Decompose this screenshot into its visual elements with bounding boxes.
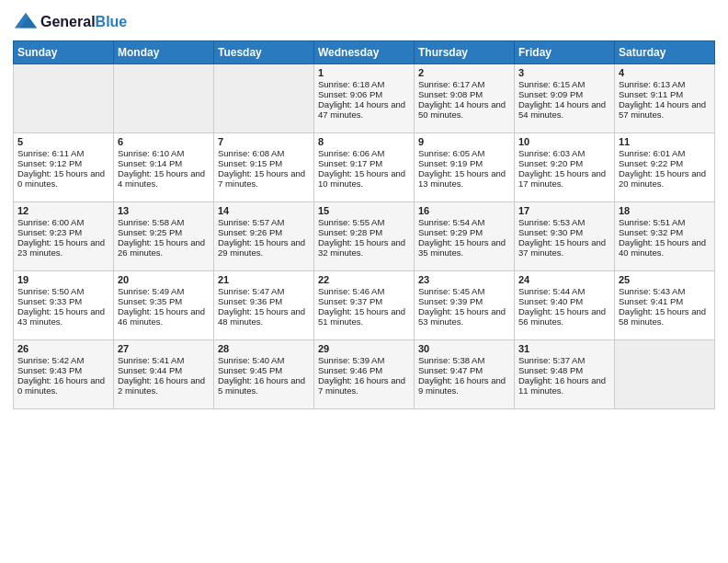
calendar-page: GeneralBlue SundayMondayTuesdayWednesday… [0,0,728,563]
cell-info: Sunset: 9:11 PM [619,89,711,99]
cell-info: Sunrise: 5:57 AM [218,217,310,227]
cell-info: Sunset: 9:19 PM [418,158,510,168]
calendar-week-5: 26Sunrise: 5:42 AMSunset: 9:43 PMDayligh… [14,340,715,409]
cell-info: Daylight: 15 hours and 58 minutes. [619,306,711,327]
calendar-cell: 17Sunrise: 5:53 AMSunset: 9:30 PMDayligh… [515,202,615,271]
cell-info: Sunrise: 5:42 AM [17,355,109,365]
cell-info: Sunrise: 5:40 AM [218,355,310,365]
cell-info: Daylight: 15 hours and 53 minutes. [418,306,510,327]
day-number: 20 [118,274,210,285]
cell-info: Sunset: 9:40 PM [518,296,610,306]
cell-info: Daylight: 16 hours and 9 minutes. [418,375,510,396]
cell-info: Sunrise: 5:51 AM [619,217,711,227]
cell-info: Sunset: 9:12 PM [17,158,109,168]
day-number: 4 [619,67,711,78]
day-number: 2 [418,67,510,78]
cell-info: Daylight: 15 hours and 35 minutes. [418,237,510,258]
day-number: 7 [218,136,310,147]
cell-info: Sunrise: 5:55 AM [318,217,410,227]
cell-info: Sunset: 9:32 PM [619,227,711,237]
column-header-monday: Monday [114,41,214,64]
cell-info: Sunrise: 6:11 AM [17,148,109,158]
calendar-cell: 24Sunrise: 5:44 AMSunset: 9:40 PMDayligh… [515,271,615,340]
day-number: 28 [218,343,310,354]
cell-info: Daylight: 15 hours and 51 minutes. [318,306,410,327]
calendar-cell [214,64,314,133]
calendar-cell: 30Sunrise: 5:38 AMSunset: 9:47 PMDayligh… [415,340,515,409]
calendar-cell: 2Sunrise: 6:17 AMSunset: 9:08 PMDaylight… [415,64,515,133]
cell-info: Sunrise: 6:06 AM [318,148,410,158]
day-number: 8 [318,136,410,147]
column-header-tuesday: Tuesday [214,41,314,64]
cell-info: Sunrise: 5:53 AM [518,217,610,227]
cell-info: Sunset: 9:22 PM [619,158,711,168]
cell-info: Daylight: 14 hours and 54 minutes. [518,99,610,120]
cell-info: Daylight: 14 hours and 57 minutes. [619,99,711,120]
calendar-cell: 13Sunrise: 5:58 AMSunset: 9:25 PMDayligh… [114,202,214,271]
day-number: 13 [118,205,210,216]
calendar-cell: 12Sunrise: 6:00 AMSunset: 9:23 PMDayligh… [14,202,114,271]
cell-info: Sunset: 9:35 PM [118,296,210,306]
cell-info: Sunset: 9:06 PM [318,89,410,99]
cell-info: Daylight: 16 hours and 7 minutes. [318,375,410,396]
calendar-cell [14,64,114,133]
calendar-week-2: 5Sunrise: 6:11 AMSunset: 9:12 PMDaylight… [14,133,715,202]
cell-info: Sunrise: 6:13 AM [619,79,711,89]
cell-info: Daylight: 15 hours and 29 minutes. [218,237,310,258]
cell-info: Sunset: 9:44 PM [118,365,210,375]
cell-info: Sunset: 9:15 PM [218,158,310,168]
logo-text: GeneralBlue [40,14,127,30]
cell-info: Sunset: 9:23 PM [17,227,109,237]
calendar-header-row: SundayMondayTuesdayWednesdayThursdayFrid… [14,41,715,64]
calendar-cell: 23Sunrise: 5:45 AMSunset: 9:39 PMDayligh… [415,271,515,340]
day-number: 6 [118,136,210,147]
day-number: 9 [418,136,510,147]
cell-info: Sunset: 9:30 PM [518,227,610,237]
cell-info: Daylight: 15 hours and 32 minutes. [318,237,410,258]
cell-info: Sunrise: 5:58 AM [118,217,210,227]
cell-info: Sunset: 9:08 PM [418,89,510,99]
cell-info: Sunrise: 6:01 AM [619,148,711,158]
cell-info: Sunset: 9:29 PM [418,227,510,237]
calendar-cell: 22Sunrise: 5:46 AMSunset: 9:37 PMDayligh… [314,271,415,340]
day-number: 10 [518,136,610,147]
calendar-cell: 20Sunrise: 5:49 AMSunset: 9:35 PMDayligh… [114,271,214,340]
cell-info: Daylight: 16 hours and 5 minutes. [218,375,310,396]
day-number: 5 [17,136,109,147]
cell-info: Sunset: 9:37 PM [318,296,410,306]
cell-info: Sunset: 9:43 PM [17,365,109,375]
day-number: 26 [17,343,109,354]
cell-info: Sunset: 9:46 PM [318,365,410,375]
cell-info: Sunrise: 6:10 AM [118,148,210,158]
cell-info: Daylight: 15 hours and 43 minutes. [17,306,109,327]
cell-info: Daylight: 14 hours and 47 minutes. [318,99,410,120]
cell-info: Sunrise: 6:15 AM [518,79,610,89]
cell-info: Sunset: 9:26 PM [218,227,310,237]
cell-info: Daylight: 15 hours and 17 minutes. [518,168,610,189]
cell-info: Sunset: 9:33 PM [17,296,109,306]
calendar-cell: 15Sunrise: 5:55 AMSunset: 9:28 PMDayligh… [314,202,415,271]
calendar-cell: 31Sunrise: 5:37 AMSunset: 9:48 PMDayligh… [515,340,615,409]
cell-info: Sunset: 9:39 PM [418,296,510,306]
column-header-sunday: Sunday [14,41,114,64]
day-number: 21 [218,274,310,285]
cell-info: Sunset: 9:36 PM [218,296,310,306]
cell-info: Daylight: 15 hours and 13 minutes. [418,168,510,189]
cell-info: Sunset: 9:20 PM [518,158,610,168]
cell-info: Sunset: 9:47 PM [418,365,510,375]
day-number: 3 [518,67,610,78]
calendar-cell: 16Sunrise: 5:54 AMSunset: 9:29 PMDayligh… [415,202,515,271]
calendar-cell: 9Sunrise: 6:05 AMSunset: 9:19 PMDaylight… [415,133,515,202]
cell-info: Daylight: 15 hours and 20 minutes. [619,168,711,189]
cell-info: Sunrise: 5:38 AM [418,355,510,365]
calendar-cell: 29Sunrise: 5:39 AMSunset: 9:46 PMDayligh… [314,340,415,409]
day-number: 15 [318,205,410,216]
column-header-thursday: Thursday [415,41,515,64]
calendar-week-3: 12Sunrise: 6:00 AMSunset: 9:23 PMDayligh… [14,202,715,271]
cell-info: Sunset: 9:28 PM [318,227,410,237]
logo: GeneralBlue [13,9,127,35]
cell-info: Sunrise: 5:41 AM [118,355,210,365]
cell-info: Daylight: 15 hours and 46 minutes. [118,306,210,327]
cell-info: Sunrise: 5:54 AM [418,217,510,227]
day-number: 16 [418,205,510,216]
